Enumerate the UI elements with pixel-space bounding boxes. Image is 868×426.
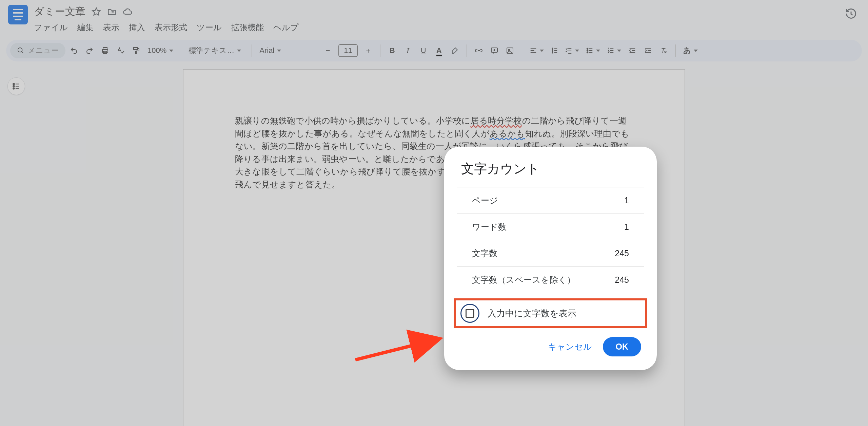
highlight-icon	[451, 47, 459, 55]
app-header: ダミー文章 ファイル 編集 表示 挿入 表示形式 ツール 拡張機能 ヘルプ	[0, 0, 868, 33]
menu-view[interactable]: 表示	[103, 22, 119, 33]
chevron-down-icon	[169, 50, 173, 52]
stat-row-pages: ページ 1	[457, 187, 644, 214]
bold-button[interactable]: B	[385, 43, 399, 58]
zoom-dropdown[interactable]: 100%	[145, 46, 176, 55]
separator	[675, 44, 676, 57]
menu-extensions[interactable]: 拡張機能	[231, 22, 264, 33]
menu-format[interactable]: 表示形式	[155, 22, 187, 33]
menu-tools[interactable]: ツール	[197, 22, 222, 33]
menu-edit[interactable]: 編集	[77, 22, 94, 33]
italic-button[interactable]: I	[401, 43, 415, 58]
stat-value: 1	[624, 196, 629, 205]
cancel-button[interactable]: キャンセル	[546, 337, 594, 356]
italic-icon: I	[407, 46, 409, 55]
separator	[467, 44, 467, 57]
paint-format-icon	[132, 47, 140, 55]
redo-button[interactable]	[82, 43, 97, 58]
star-icon[interactable]	[92, 7, 101, 17]
svg-line-14	[355, 339, 437, 360]
separator	[181, 44, 181, 57]
line-spacing-button[interactable]	[548, 47, 561, 54]
paint-format-button[interactable]	[129, 43, 143, 58]
svg-point-9	[587, 50, 588, 51]
clear-formatting-button[interactable]	[656, 43, 671, 58]
spellcheck-button[interactable]	[114, 43, 128, 58]
chevron-down-icon	[596, 50, 600, 52]
menu-insert[interactable]: 挿入	[129, 22, 145, 33]
insert-image-button[interactable]	[503, 43, 517, 58]
paragraph-style-dropdown[interactable]: 標準テキス…	[186, 45, 247, 56]
text-color-button[interactable]: A	[432, 43, 446, 58]
stat-value: 245	[615, 248, 629, 258]
move-to-folder-icon[interactable]	[107, 7, 117, 17]
toolbar: メニュー 100% 標準テキス… Arial − 11 ＋ B I U A あ	[6, 40, 862, 61]
numbered-list-icon	[607, 47, 614, 54]
stat-label: 文字数	[472, 248, 497, 259]
docs-logo[interactable]	[8, 5, 28, 24]
add-comment-button[interactable]	[487, 43, 501, 58]
zoom-value: 100%	[147, 46, 166, 55]
show-while-typing-option[interactable]: 入力中に文字数を表示	[454, 298, 647, 328]
menu-help[interactable]: ヘルプ	[273, 22, 299, 33]
stat-label: 文字数（スペースを除く）	[472, 274, 575, 285]
numbered-list-dropdown[interactable]	[604, 47, 624, 54]
chevron-down-icon	[237, 50, 241, 52]
ok-button[interactable]: OK	[603, 337, 642, 356]
stat-row-chars-nospace: 文字数（スペースを除く） 245	[457, 266, 644, 293]
print-button[interactable]	[98, 43, 112, 58]
separator	[252, 44, 252, 57]
font-size-input[interactable]: 11	[338, 44, 357, 57]
decrease-indent-icon	[629, 47, 636, 54]
increase-indent-button[interactable]	[641, 43, 655, 58]
highlight-button[interactable]	[448, 43, 462, 58]
menu-file[interactable]: ファイル	[34, 22, 68, 33]
separator	[380, 44, 380, 57]
word-count-dialog: 文字カウント ページ 1 ワード数 1 文字数 245 文字数（スペースを除く）…	[444, 147, 657, 370]
document-title[interactable]: ダミー文章	[34, 5, 85, 19]
menu-search-label: メニュー	[28, 45, 59, 56]
search-icon	[17, 47, 24, 54]
insert-link-button[interactable]	[472, 43, 486, 58]
history-icon[interactable]	[845, 7, 857, 20]
stat-value: 1	[624, 222, 629, 232]
grammar-suggestion[interactable]: あるかも	[490, 129, 525, 138]
align-icon	[530, 47, 537, 54]
stat-row-words: ワード数 1	[457, 214, 644, 240]
chevron-down-icon	[617, 50, 621, 52]
redo-icon	[85, 47, 94, 55]
checkbox-icon[interactable]	[466, 309, 474, 318]
plus-icon: ＋	[364, 45, 372, 56]
print-icon	[101, 47, 109, 55]
menu-bar: ファイル 編集 表示 挿入 表示形式 ツール 拡張機能 ヘルプ	[34, 22, 839, 33]
bulleted-list-dropdown[interactable]	[583, 47, 603, 54]
underline-button[interactable]: U	[416, 43, 431, 58]
undo-button[interactable]	[67, 43, 81, 58]
separator	[316, 44, 316, 57]
canvas: 親譲りの無鉄砲で小供の時から損ばかりしている。小学校に居る時分学校の二階から飛び…	[0, 69, 868, 426]
font-family-dropdown[interactable]: Arial	[257, 46, 311, 55]
paragraph-style-value: 標準テキス…	[189, 45, 234, 56]
checklist-dropdown[interactable]	[562, 47, 582, 54]
minus-icon: −	[326, 46, 330, 55]
input-mode-value: あ	[683, 45, 691, 56]
link-icon	[475, 47, 483, 55]
dialog-buttons: キャンセル OK	[444, 328, 657, 356]
increase-font-button[interactable]: ＋	[361, 43, 375, 58]
chevron-down-icon	[694, 50, 698, 52]
menu-search[interactable]: メニュー	[10, 43, 65, 58]
stat-label: ワード数	[472, 221, 507, 233]
undo-icon	[70, 47, 78, 55]
decrease-font-button[interactable]: −	[321, 43, 335, 58]
svg-rect-4	[134, 48, 138, 50]
spell-error[interactable]: 居る時分学校	[470, 116, 522, 125]
align-dropdown[interactable]	[527, 47, 547, 54]
bullet-list-icon	[586, 47, 593, 54]
image-icon	[506, 47, 514, 55]
svg-point-7	[508, 49, 510, 51]
chevron-down-icon	[575, 50, 579, 52]
decrease-indent-button[interactable]	[625, 43, 639, 58]
cloud-saved-icon[interactable]	[123, 7, 132, 17]
clear-formatting-icon	[660, 47, 667, 54]
input-mode-dropdown[interactable]: あ	[680, 45, 701, 56]
